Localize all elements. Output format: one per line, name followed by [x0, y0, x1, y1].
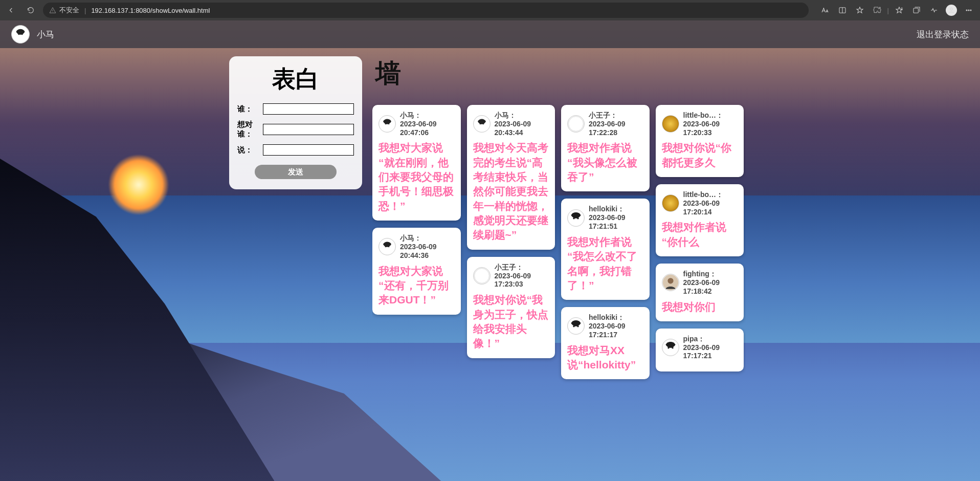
post-time: 17:18:42 — [683, 287, 720, 296]
post-card: pipa2023-06-0917:17:21 — [656, 329, 744, 371]
post-card: hellokiki2023-06-0917:21:51我想对作者说“我怎么改不了… — [561, 199, 650, 300]
svg-point-27 — [667, 278, 673, 284]
label-who: 谁： — [237, 104, 259, 114]
post-author: fighting — [683, 270, 720, 278]
address-bar[interactable]: 不安全 | 192.168.137.1:8080/showLove/wall.h… — [43, 3, 809, 18]
post-header: pipa2023-06-0917:17:21 — [662, 335, 738, 360]
extensions-button[interactable] — [870, 3, 884, 17]
split-button[interactable] — [835, 3, 850, 17]
profile-button[interactable] — [944, 3, 959, 17]
post-avatar — [378, 115, 396, 133]
favorites-list-button[interactable] — [892, 3, 906, 17]
wall-scroll[interactable]: 墙 小马2023-06-0920:47:06我想对大家说“就在刚刚，他们来要我父… — [372, 56, 746, 481]
url-text: 192.168.137.1:8080/showLove/wall.html — [91, 7, 210, 14]
svg-point-18 — [474, 269, 489, 283]
post-author: little-bo… — [683, 111, 724, 120]
post-header: 小马2023-06-0920:44:36 — [378, 234, 455, 259]
logout-link[interactable]: 退出登录状态 — [917, 29, 969, 40]
svg-point-16 — [479, 123, 480, 124]
address-separator: | — [84, 7, 86, 14]
post-body: 我想对你说“你都托更多久 — [662, 141, 738, 170]
post-author: little-bo… — [683, 190, 724, 199]
person-icon — [948, 7, 955, 14]
browser-toolbar: 不安全 | 192.168.137.1:8080/showLove/wall.h… — [0, 0, 980, 20]
post-avatar — [662, 339, 679, 356]
post-author: pipa — [683, 335, 720, 343]
post-date: 2023-06-09 — [589, 322, 626, 331]
post-meta: 小王子2023-06-0917:22:28 — [589, 111, 626, 137]
post-time: 17:23:03 — [495, 280, 531, 289]
wall-section: 墙 小马2023-06-0920:47:06我想对大家说“就在刚刚，他们来要我父… — [372, 56, 751, 481]
input-to[interactable] — [263, 124, 354, 135]
input-who[interactable] — [263, 103, 354, 115]
svg-point-10 — [385, 123, 386, 124]
svg-point-2 — [950, 8, 953, 10]
username-label: 小马 — [37, 29, 54, 40]
confession-form-panel: 表白 谁： 想对谁： 说： 发送 — [229, 56, 362, 189]
post-date: 2023-06-09 — [683, 120, 724, 128]
post-avatar — [567, 115, 585, 133]
post-card: little-bo…2023-06-0917:20:33我想对你说“你都托更多久 — [656, 105, 744, 177]
post-date: 2023-06-09 — [589, 120, 626, 128]
post-header: fighting2023-06-0917:18:42 — [662, 270, 738, 295]
post-avatar — [662, 115, 679, 133]
svg-point-22 — [577, 217, 579, 220]
topbar-user: 小马 — [11, 25, 54, 43]
post-date: 2023-06-09 — [683, 278, 720, 287]
favorite-button[interactable] — [853, 3, 867, 17]
post-avatar — [567, 317, 585, 335]
svg-point-25 — [577, 325, 579, 327]
post-time: 17:20:14 — [683, 208, 724, 216]
read-aloud-button[interactable] — [818, 3, 832, 17]
svg-point-21 — [573, 217, 575, 220]
back-button[interactable] — [4, 3, 18, 17]
post-card: 小马2023-06-0920:44:36我想对大家说“还有，千万别来DGUT！” — [372, 228, 461, 314]
svg-point-3 — [966, 10, 967, 11]
avatar-icon — [12, 26, 29, 43]
post-card: little-bo…2023-06-0917:20:14我想对作者说“你什么 — [656, 184, 744, 256]
svg-point-14 — [388, 246, 389, 247]
svg-point-30 — [672, 347, 674, 349]
wall-title: 墙 — [375, 56, 744, 91]
post-body: 我想对大家说“还有，千万别来DGUT！” — [378, 264, 455, 308]
arrow-left-icon — [7, 6, 15, 14]
split-screen-icon — [838, 6, 847, 14]
post-card: fighting2023-06-0917:18:42我想对你们 — [656, 264, 744, 321]
post-avatar — [662, 274, 679, 291]
post-body: 我想对你说“我身为王子，快点给我安排头像！” — [473, 293, 549, 351]
post-date: 2023-06-09 — [589, 213, 626, 222]
post-avatar — [662, 194, 679, 212]
post-time: 20:44:36 — [400, 251, 437, 260]
post-meta: hellokiki2023-06-0917:21:17 — [589, 313, 626, 339]
more-horizontal-icon — [965, 6, 973, 14]
svg-point-24 — [573, 325, 575, 327]
post-meta: pipa2023-06-0917:17:21 — [683, 335, 720, 360]
user-avatar[interactable] — [11, 25, 30, 43]
post-header: hellokiki2023-06-0917:21:51 — [567, 205, 643, 230]
form-row-to: 想对谁： — [237, 120, 354, 139]
svg-point-13 — [385, 246, 386, 247]
star-list-icon — [895, 6, 903, 14]
post-card: 小马2023-06-0920:43:44我想对今天高考完的考生说“高考结束快乐，… — [467, 105, 555, 250]
more-button[interactable] — [962, 3, 976, 17]
post-author: 小马 — [400, 111, 437, 120]
svg-point-17 — [483, 123, 484, 124]
main-layout: 表白 谁： 想对谁： 说： 发送 墙 小马2023-06-0920:47:06我… — [0, 48, 980, 481]
post-meta: 小马2023-06-0920:43:44 — [495, 111, 531, 137]
post-time: 17:20:33 — [683, 128, 724, 137]
refresh-icon — [27, 6, 35, 14]
post-date: 2023-06-09 — [400, 243, 437, 251]
performance-button[interactable] — [927, 3, 941, 17]
insecure-indicator: 不安全 — [49, 6, 79, 15]
post-header: little-bo…2023-06-0917:20:14 — [662, 190, 738, 216]
input-say[interactable] — [263, 144, 354, 156]
post-body: 我想对今天高考完的考生说“高考结束快乐，当然你可能更我去年一样的恍惚，感觉明天还… — [473, 141, 549, 242]
post-time: 17:17:21 — [683, 352, 720, 360]
collections-button[interactable] — [909, 3, 924, 17]
profile-avatar — [946, 5, 957, 16]
send-button[interactable]: 发送 — [255, 165, 337, 179]
refresh-button[interactable] — [24, 3, 38, 17]
post-body: 我想对作者说“我头像怎么被吞了” — [567, 141, 643, 184]
puzzle-icon — [873, 6, 881, 14]
post-meta: 小王子2023-06-0917:23:03 — [495, 263, 531, 289]
